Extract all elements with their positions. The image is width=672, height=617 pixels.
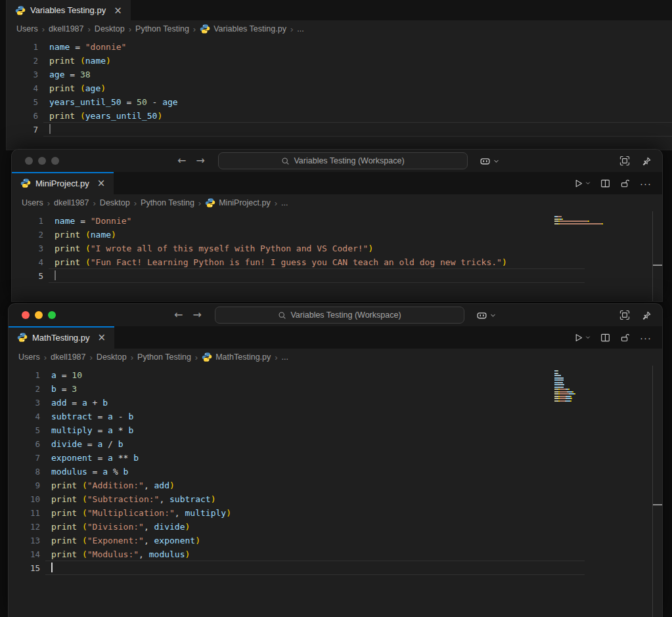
tab-miniproject[interactable]: MiniProject.py × xyxy=(12,172,114,194)
breadcrumb-file[interactable]: Variables Testing.py xyxy=(199,24,287,34)
close-window-button[interactable] xyxy=(22,311,30,319)
run-python-button[interactable] xyxy=(573,333,591,343)
code-text: print (name) xyxy=(49,54,111,68)
command-center-search[interactable]: Variables Testing (Workspace) xyxy=(215,307,464,324)
breadcrumb-symbols[interactable]: ... xyxy=(281,352,289,362)
pin-button[interactable] xyxy=(642,310,652,320)
scrollbar-handle[interactable] xyxy=(653,265,662,266)
tab-variables-testing[interactable]: Variables Testing.py × xyxy=(7,0,131,20)
breadcrumb-item[interactable]: Desktop xyxy=(96,352,127,362)
breadcrumb-symbols[interactable]: ... xyxy=(280,198,288,207)
unlock-icon[interactable] xyxy=(620,179,630,188)
code-line[interactable]: 6divide = a / b xyxy=(9,437,662,451)
code-editor[interactable]: 1name = "donnie"2print (name)3age = 384p… xyxy=(7,40,672,137)
minimap[interactable] xyxy=(554,370,620,405)
more-actions-button[interactable]: ··· xyxy=(640,333,652,343)
breadcrumb-item[interactable]: Python Testing xyxy=(140,198,195,207)
breadcrumb-item[interactable]: Users xyxy=(16,24,39,33)
code-line[interactable]: 2print (name) xyxy=(12,228,662,242)
code-line[interactable]: 12print ("Division:", divide) xyxy=(9,520,662,534)
breadcrumb-item[interactable]: dkell1987 xyxy=(50,352,87,362)
close-tab-icon[interactable]: × xyxy=(97,177,106,189)
breadcrumb-item[interactable]: Desktop xyxy=(99,198,131,207)
run-python-button[interactable] xyxy=(573,179,591,188)
scrollbar-handle[interactable] xyxy=(653,504,662,505)
unlock-icon[interactable] xyxy=(620,333,630,343)
copilot-button[interactable] xyxy=(476,304,496,326)
pin-button[interactable] xyxy=(642,156,652,166)
breadcrumb-item[interactable]: Desktop xyxy=(94,24,125,33)
back-button[interactable]: ← xyxy=(174,310,183,320)
breadcrumb-item[interactable]: Users xyxy=(21,198,44,207)
chevron-right-icon: › xyxy=(88,24,91,34)
code-line[interactable]: 2print (name) xyxy=(7,54,672,68)
breadcrumb-item[interactable]: dkell1987 xyxy=(48,24,85,33)
breadcrumb-item[interactable]: Users xyxy=(18,352,41,362)
command-center-search[interactable]: Variables Testing (Workspace) xyxy=(218,152,468,169)
code-line[interactable]: 7 xyxy=(7,123,672,137)
code-line[interactable]: 3age = 38 xyxy=(7,68,672,81)
breadcrumb-symbols[interactable]: ... xyxy=(296,24,304,33)
back-button[interactable]: ← xyxy=(177,156,186,166)
code-line[interactable]: 4print ("Fun Fact! Learning Python is fu… xyxy=(12,255,662,269)
history-nav: ← → xyxy=(174,304,202,326)
copilot-icon xyxy=(476,310,487,321)
code-line[interactable]: 11print ("Multiplication:", multiply) xyxy=(9,506,662,520)
minimize-window-button[interactable] xyxy=(38,157,46,165)
window-titlebar[interactable]: ← → Variables Testing (Workspace) xyxy=(12,150,662,172)
forward-button[interactable]: → xyxy=(196,156,204,166)
editor-actions: ··· xyxy=(573,326,662,349)
breadcrumb-file[interactable]: MathTesting.py xyxy=(201,352,271,362)
code-text: print ("I wrote all of this myself with … xyxy=(55,242,373,255)
line-number: 8 xyxy=(9,465,40,479)
minimize-window-button[interactable] xyxy=(35,311,43,319)
code-line[interactable]: 10print ("Subtraction:", subtract) xyxy=(9,492,662,506)
close-tab-icon[interactable]: × xyxy=(114,5,122,16)
breadcrumb-item[interactable]: dkell1987 xyxy=(53,198,90,207)
code-line[interactable]: 4subtract = a - b xyxy=(9,410,662,423)
code-line[interactable]: 14print ("Modulus:", modulus) xyxy=(9,547,662,561)
code-line[interactable]: 13print ("Exponent:", exponent) xyxy=(9,534,662,547)
forward-button[interactable]: → xyxy=(192,310,201,320)
chevron-right-icon: › xyxy=(129,24,131,34)
code-line[interactable]: 7exponent = a ** b xyxy=(9,451,662,465)
tab-label: MathTesting.py xyxy=(32,333,89,343)
window-titlebar[interactable]: ← → Variables Testing (Workspace) xyxy=(9,304,662,326)
code-line[interactable]: 9print ("Addition:", add) xyxy=(9,479,662,492)
split-editor-button[interactable] xyxy=(600,333,610,343)
breadcrumb-item[interactable]: Python Testing xyxy=(137,352,192,362)
code-line[interactable]: 8modulus = a % b xyxy=(9,465,662,479)
customize-layout-button[interactable] xyxy=(619,156,630,166)
code-line[interactable]: 5years_until_50 = 50 - age xyxy=(7,95,672,109)
close-tab-icon[interactable]: × xyxy=(97,331,106,343)
code-line[interactable]: 15 xyxy=(9,561,662,575)
breadcrumb-item[interactable]: Python Testing xyxy=(135,24,190,33)
code-line[interactable]: 4print (age) xyxy=(7,81,672,95)
breadcrumb[interactable]: Users›dkell1987›Desktop›Python Testing›V… xyxy=(7,20,672,37)
chevron-right-icon: › xyxy=(193,24,196,34)
run-dropdown-icon[interactable] xyxy=(585,181,591,186)
code-line[interactable]: 5multiply = a * b xyxy=(9,423,662,437)
code-line[interactable]: 3print ("I wrote all of this myself with… xyxy=(12,242,662,255)
zoom-window-button[interactable] xyxy=(51,157,59,165)
code-line[interactable]: 6print (years_until_50) xyxy=(7,109,672,123)
tab-mathtesting[interactable]: MathTesting.py × xyxy=(9,326,114,349)
more-actions-button[interactable]: ··· xyxy=(640,179,652,188)
text-cursor xyxy=(49,124,51,134)
split-editor-button[interactable] xyxy=(600,179,610,188)
run-dropdown-icon[interactable] xyxy=(585,335,591,340)
code-line[interactable]: 1name = "donnie" xyxy=(7,40,672,54)
code-line[interactable]: 5 xyxy=(12,269,662,283)
code-text: print ("Addition:", add) xyxy=(51,479,175,492)
search-icon xyxy=(281,157,290,165)
close-window-button[interactable] xyxy=(25,157,33,165)
zoom-window-button[interactable] xyxy=(48,311,56,319)
copilot-button[interactable] xyxy=(480,150,499,172)
minimap[interactable] xyxy=(554,216,620,228)
breadcrumb[interactable]: Users›dkell1987›Desktop›Python Testing›M… xyxy=(9,349,662,366)
titlebar-right-actions xyxy=(619,150,652,172)
code-text: print (age) xyxy=(49,81,106,95)
customize-layout-button[interactable] xyxy=(619,310,630,320)
breadcrumb[interactable]: Users›dkell1987›Desktop›Python Testing›M… xyxy=(12,194,662,211)
breadcrumb-file[interactable]: MiniProject.py xyxy=(204,198,271,208)
